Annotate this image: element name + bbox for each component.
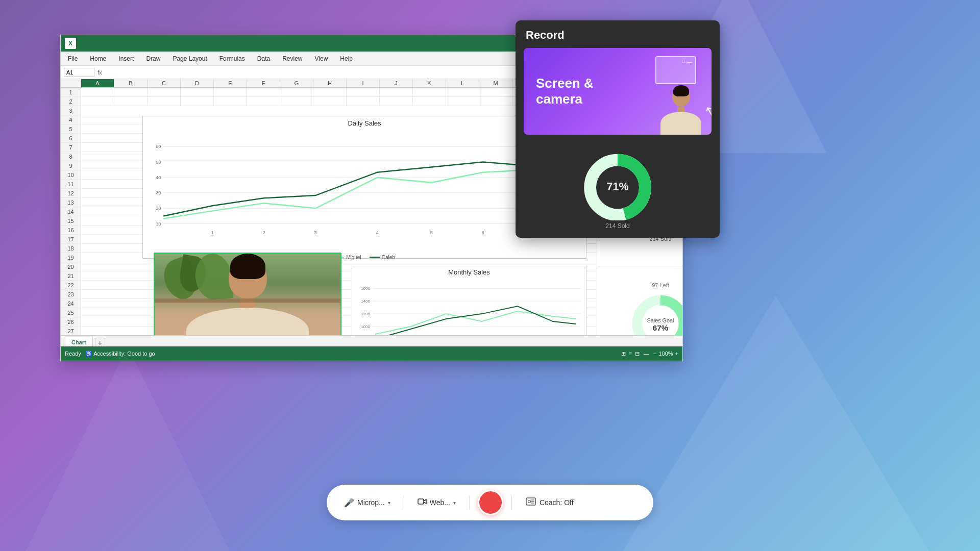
ribbon-data[interactable]: Data <box>255 54 272 63</box>
col-header-m[interactable]: M <box>479 79 512 87</box>
svg-text:30: 30 <box>156 190 161 195</box>
excel-status-bar: Ready ♿ Accessibility: Good to go ⊞ ≡ ⊟ … <box>61 346 682 361</box>
row-num-corner <box>61 79 81 87</box>
ribbon-file[interactable]: File <box>66 54 80 63</box>
left-count: 97 Left <box>652 282 669 288</box>
svg-text:3: 3 <box>314 230 317 235</box>
microphone-chevron-icon[interactable]: ▾ <box>388 500 390 506</box>
zoom-level: 100% <box>658 350 673 357</box>
recording-toolbar: 🎤 Microp... ▾ Web... ▾ Coach: <box>327 485 653 520</box>
preview-person <box>660 87 701 135</box>
list-view-icon[interactable]: ≡ <box>629 350 632 357</box>
status-left: Ready ♿ Accessibility: Good to go <box>65 350 155 357</box>
screen-camera-label: Screen &camera <box>536 76 594 107</box>
svg-text:1600: 1600 <box>361 286 370 291</box>
preview-person-head <box>672 87 690 107</box>
webcam-button[interactable]: Web... ▾ <box>412 494 461 511</box>
col-header-j[interactable]: J <box>380 79 413 87</box>
svg-text:1200: 1200 <box>361 312 370 316</box>
col-header-d[interactable]: D <box>181 79 214 87</box>
svg-text:2: 2 <box>263 230 265 235</box>
record-panel-donut-section: 71% 214 Sold <box>516 143 720 238</box>
col-header-i[interactable]: I <box>347 79 380 87</box>
ribbon-draw[interactable]: Draw <box>144 54 162 63</box>
toolbar-separator-2 <box>469 495 470 510</box>
ribbon-review[interactable]: Review <box>280 54 304 63</box>
webcam-icon <box>418 497 427 508</box>
svg-rect-44 <box>418 499 424 504</box>
legend-label-caleb: Caleb <box>382 255 395 260</box>
ribbon-view[interactable]: View <box>313 54 330 63</box>
svg-point-46 <box>528 500 530 503</box>
ribbon-formulas[interactable]: Formulas <box>217 54 247 63</box>
col-header-k[interactable]: K <box>413 79 446 87</box>
coach-icon <box>525 496 536 509</box>
coach-label: Coach: Off <box>540 498 574 507</box>
col-header-h[interactable]: H <box>313 79 347 87</box>
col-header-c[interactable]: C <box>148 79 181 87</box>
person-hair <box>230 254 265 279</box>
svg-text:40: 40 <box>156 175 161 180</box>
svg-text:10: 10 <box>156 221 161 227</box>
record-panel-donut-svg: 71% <box>567 149 669 220</box>
ribbon-insert[interactable]: Insert <box>116 54 136 63</box>
ribbon-page-layout[interactable]: Page Layout <box>170 54 209 63</box>
svg-text:5: 5 <box>430 230 433 235</box>
svg-text:67%: 67% <box>653 323 669 332</box>
legend-label-miguel: Miguel <box>346 255 361 260</box>
preview-person-neck <box>677 107 684 112</box>
fx-icon: fx <box>97 69 102 76</box>
cursor-arrow-icon: ↖ <box>702 103 712 121</box>
person-head <box>229 258 267 298</box>
toolbar-separator-1 <box>404 495 404 510</box>
col-header-e[interactable]: E <box>214 79 247 87</box>
svg-text:Sales Goal: Sales Goal <box>647 317 674 323</box>
svg-text:50: 50 <box>156 160 161 165</box>
ribbon-help[interactable]: Help <box>338 54 355 63</box>
record-preview-card[interactable]: Screen &camera ↖ <box>524 48 712 135</box>
zoom-controls[interactable]: − 100% + <box>653 350 678 357</box>
preview-person-hair <box>673 85 689 96</box>
ready-status: Ready <box>65 350 81 357</box>
page-view-icon[interactable]: ⊟ <box>635 350 640 357</box>
title-bar-icons: X <box>65 38 76 49</box>
coach-button[interactable]: Coach: Off <box>520 493 579 512</box>
svg-text:1000: 1000 <box>361 324 370 329</box>
monthly-chart-title: Monthly Sales <box>352 266 586 278</box>
svg-text:1: 1 <box>211 230 214 235</box>
col-header-b[interactable]: B <box>114 79 148 87</box>
toolbar-separator-3 <box>511 495 512 510</box>
accessibility-status: ♿ Accessibility: Good to go <box>85 350 155 357</box>
microphone-button[interactable]: 🎤 Microp... ▾ <box>339 495 396 511</box>
col-header-f[interactable]: F <box>247 79 280 87</box>
svg-text:1400: 1400 <box>361 299 370 304</box>
microphone-icon: 🎤 <box>344 498 354 508</box>
zoom-in-icon[interactable]: + <box>675 350 678 357</box>
cell-reference[interactable]: A1 <box>64 68 94 77</box>
record-panel-title: Record <box>516 20 720 48</box>
svg-text:71%: 71% <box>606 181 628 193</box>
ribbon-home[interactable]: Home <box>88 54 108 63</box>
svg-text:4: 4 <box>376 230 379 235</box>
col-header-g[interactable]: G <box>280 79 313 87</box>
col-header-l[interactable]: L <box>446 79 479 87</box>
webcam-label: Web... <box>430 498 450 507</box>
shelf-decoration <box>155 298 340 303</box>
col-header-a[interactable]: A <box>81 79 114 87</box>
view-icons[interactable]: ⊞ ≡ ⊟ <box>621 350 640 357</box>
zoom-out-icon[interactable]: − <box>653 350 656 357</box>
accessibility-icon: ♿ <box>85 350 92 357</box>
legend-caleb: Caleb <box>370 255 395 260</box>
preview-person-body <box>660 112 701 135</box>
record-panel: Record Screen &camera ↖ 71% 214 Sold <box>516 20 720 238</box>
webcam-chevron-icon[interactable]: ▾ <box>453 500 456 506</box>
grid-view-icon[interactable]: ⊞ <box>621 350 626 357</box>
svg-text:60: 60 <box>156 144 161 149</box>
svg-text:6: 6 <box>482 230 484 235</box>
microphone-label: Microp... <box>357 498 385 507</box>
svg-text:20: 20 <box>156 206 161 211</box>
excel-logo: X <box>65 38 76 49</box>
zoom-separator: — <box>644 350 649 357</box>
record-button[interactable] <box>478 490 503 515</box>
status-right: ⊞ ≡ ⊟ — − 100% + <box>621 350 678 357</box>
